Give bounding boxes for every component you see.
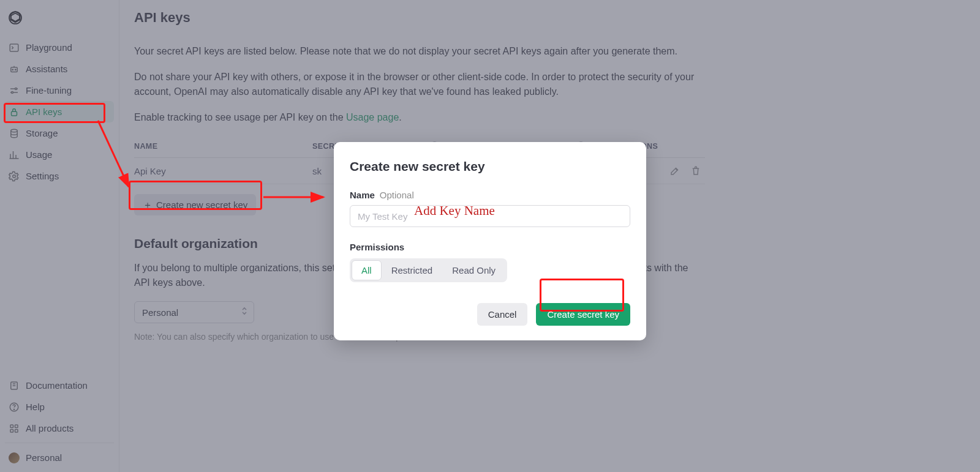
key-name-input[interactable] <box>350 205 630 227</box>
permission-readonly[interactable]: Read Only <box>442 260 505 280</box>
modal-title: Create new secret key <box>350 159 630 174</box>
name-field-label: Name Optional <box>350 190 630 200</box>
label-hint: Optional <box>380 190 414 200</box>
cancel-button[interactable]: Cancel <box>477 303 528 326</box>
permissions-segmented-control: All Restricted Read Only <box>350 258 507 282</box>
permissions-label: Permissions <box>350 242 630 252</box>
permission-restricted[interactable]: Restricted <box>382 260 443 280</box>
modal-overlay[interactable]: Create new secret key Name Optional Perm… <box>0 0 980 472</box>
permission-all[interactable]: All <box>352 260 382 280</box>
create-secret-key-submit[interactable]: Create secret key <box>536 303 630 326</box>
label-text: Name <box>350 190 375 200</box>
create-key-modal: Create new secret key Name Optional Perm… <box>334 142 646 340</box>
